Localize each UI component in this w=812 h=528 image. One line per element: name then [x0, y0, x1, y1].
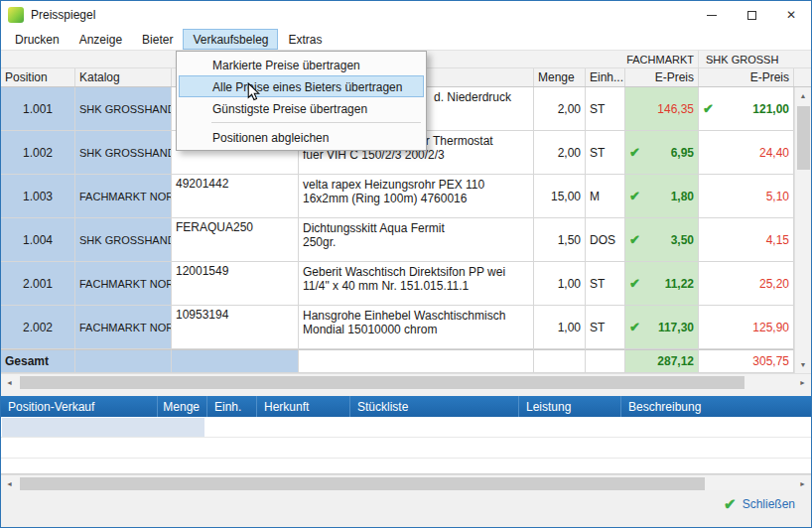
col-header-epreis-2[interactable]: E-Preis [699, 68, 794, 86]
horizontal-scrollbar-thumb[interactable] [20, 477, 705, 490]
cell-menge: 15,00 [534, 175, 586, 218]
cell-epreis-fachmarkt[interactable]: ✔3,50 [625, 218, 699, 262]
total-epreis-fachmarkt: 287,12 [625, 349, 699, 373]
cell-einheit: ST [586, 262, 625, 306]
menubar-item-extras[interactable]: Extras [278, 29, 332, 50]
detail-col-leistung[interactable]: Leistung [519, 396, 621, 417]
scroll-down-arrow[interactable]: ▼ [795, 356, 811, 373]
menu-separator [211, 122, 421, 123]
detail-col-herkunft[interactable]: Herkunft [257, 396, 350, 417]
menu-item[interactable]: Markierte Preise übertragen [179, 54, 424, 75]
cell-katalog: FACHMARKT NORD [75, 175, 172, 218]
app-icon [8, 7, 24, 23]
cell-artikelnummer: FERAQUA250 [172, 218, 299, 262]
detail-header-row: Position-VerkaufMengeEinh.HerkunftStückl… [1, 396, 811, 417]
cell-einheit: DOS [586, 218, 625, 262]
menu-item[interactable]: Alle Preise eines Bieters übertragen [179, 75, 424, 97]
cell-epreis-fachmarkt[interactable]: ✔146,35 [625, 87, 699, 131]
cell-katalog: SHK GROSSHANDEL [75, 131, 172, 175]
close-button[interactable]: ✕ [771, 1, 811, 29]
cell-menge: 1,50 [534, 218, 586, 262]
detail-row[interactable] [1, 438, 811, 459]
schliessen-button[interactable]: Schließen [743, 497, 795, 511]
cell-menge: 1,00 [534, 262, 586, 306]
cell-katalog: FACHMARKT NORD [75, 262, 172, 306]
cell-katalog: SHK GROSSHANDEL [75, 87, 172, 131]
maximize-button[interactable] [732, 1, 771, 29]
app-window: Preisspiegel ✕ DruckenAnzeigeBieterVerka… [0, 0, 812, 528]
menubar-item-verkaufsbeleg[interactable]: Verkaufsbeleg [183, 29, 278, 50]
detail-horizontal-scrollbar[interactable]: ◄ ► [1, 474, 811, 491]
cell-epreis-fachmarkt[interactable]: ✔117,30 [625, 306, 699, 349]
menu-item[interactable]: Positionen abgleichen [179, 126, 424, 148]
detail-col-einh[interactable]: Einh. [207, 396, 257, 417]
total-row: Gesamt 287,12 305,75 [1, 349, 794, 373]
table-row[interactable]: 1.003 FACHMARKT NORD 49201442 velta rape… [1, 175, 794, 218]
cell-menge: 1,00 [534, 306, 586, 349]
col-header-katalog[interactable]: Katalog [75, 68, 172, 86]
selected-cell[interactable] [2, 418, 204, 437]
scroll-right-arrow[interactable]: ► [794, 379, 811, 386]
cell-einheit: M [586, 175, 625, 218]
table-row[interactable]: 2.001 FACHMARKT NORD 12001549 Geberit Wa… [1, 262, 794, 306]
menubar-item-drucken[interactable]: Drucken [5, 29, 69, 50]
cell-epreis-shk[interactable]: ✔24,40 [699, 131, 794, 175]
cell-position: 1.004 [1, 218, 75, 262]
best-price-check-icon: ✔ [629, 145, 640, 160]
vertical-scrollbar-thumb[interactable] [797, 106, 810, 170]
best-price-check-icon: ✔ [703, 101, 714, 116]
bieter-column-shk[interactable]: SHK GROSSH [699, 51, 811, 67]
menubar-item-bieter[interactable]: Bieter [132, 29, 183, 50]
scroll-left-arrow[interactable]: ◄ [1, 480, 18, 487]
cell-katalog: FACHMARKT NORD [75, 306, 172, 349]
cell-epreis-fachmarkt[interactable]: ✔1,80 [625, 175, 699, 218]
verkaufsbeleg-dropdown-menu: Markierte Preise übertragenAlle Preise e… [176, 51, 427, 151]
detail-scrollbar-wrap: ◄ ► [1, 474, 811, 491]
cell-epreis-shk[interactable]: ✔125,90 [699, 306, 794, 349]
cell-artikelnummer: 10953194 [172, 306, 299, 349]
cell-position: 1.001 [1, 87, 75, 131]
detail-col-stckliste[interactable]: Stückliste [350, 396, 519, 417]
cell-artikelnummer: 12001549 [172, 262, 299, 306]
detail-col-beschreibung[interactable]: Beschreibung [621, 396, 811, 417]
col-header-position[interactable]: Position [1, 68, 75, 86]
table-row[interactable]: 2.002 FACHMARKT NORD 10953194 Hansgrohe … [1, 306, 794, 349]
detail-row[interactable] [1, 417, 811, 438]
best-price-check-icon: ✔ [629, 276, 640, 291]
col-header-epreis-1[interactable]: E-Preis [625, 68, 699, 86]
horizontal-scrollbar-thumb[interactable] [20, 376, 744, 389]
bieter-column-fachmarkt[interactable]: FACHMARKT [625, 51, 699, 67]
vertical-scrollbar[interactable]: ▲ ▼ [794, 87, 811, 373]
scroll-up-arrow[interactable]: ▲ [795, 87, 811, 104]
cell-einheit: ST [586, 87, 625, 131]
cell-position: 1.002 [1, 131, 75, 175]
cell-epreis-fachmarkt[interactable]: ✔11,22 [625, 262, 699, 306]
scroll-left-arrow[interactable]: ◄ [1, 379, 18, 386]
menu-item[interactable]: Günstigste Preise übertragen [179, 97, 424, 119]
minimize-button[interactable] [692, 1, 732, 29]
footer-bar: ✔ Schließen [1, 490, 811, 527]
cell-position: 2.001 [1, 262, 75, 306]
detail-panel: Position-VerkaufMengeEinh.HerkunftStückl… [1, 396, 811, 474]
cell-position: 1.003 [1, 175, 75, 218]
window-controls: ✕ [692, 1, 811, 29]
col-header-einheit[interactable]: Einh... [586, 68, 625, 86]
cell-epreis-fachmarkt[interactable]: ✔6,95 [625, 131, 699, 175]
menubar-item-anzeige[interactable]: Anzeige [69, 29, 132, 50]
col-header-menge[interactable]: Menge [534, 68, 586, 86]
detail-col-positionverkauf[interactable]: Position-Verkauf [1, 396, 158, 417]
cell-epreis-shk[interactable]: ✔4,15 [699, 218, 794, 262]
detail-col-menge[interactable]: Menge [158, 396, 207, 417]
cell-epreis-shk[interactable]: ✔121,00 [699, 87, 794, 131]
cell-artikelnummer: 49201442 [172, 175, 299, 218]
best-price-check-icon: ✔ [629, 320, 640, 334]
cell-menge: 2,00 [534, 87, 586, 131]
best-price-check-icon: ✔ [629, 189, 640, 203]
cell-einheit: ST [586, 131, 625, 175]
table-row[interactable]: 1.004 SHK GROSSHANDEL FERAQUA250 Dichtun… [1, 218, 794, 262]
scroll-right-arrow[interactable]: ► [794, 480, 811, 487]
cell-position: 2.002 [1, 306, 75, 349]
table-horizontal-scrollbar[interactable]: ◄ ► [1, 373, 811, 390]
cell-epreis-shk[interactable]: ✔25,20 [699, 262, 794, 306]
cell-epreis-shk[interactable]: ✔5,10 [699, 175, 794, 218]
